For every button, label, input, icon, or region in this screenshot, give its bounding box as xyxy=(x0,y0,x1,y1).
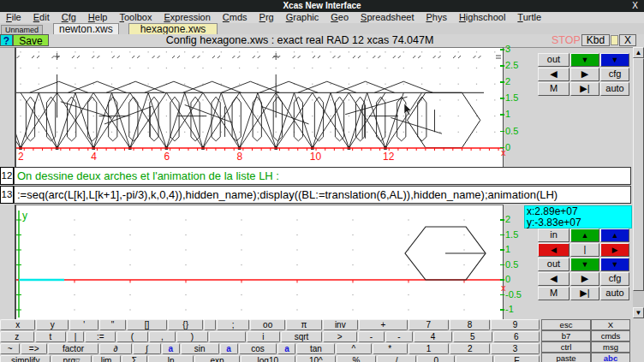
key-)[interactable]: ) xyxy=(176,331,207,342)
key->[interactable]: > xyxy=(323,331,357,342)
key-blank[interactable] xyxy=(209,331,246,342)
key-7[interactable]: 7 xyxy=(408,319,449,330)
arrow-left-icon[interactable]: ◀ xyxy=(538,272,569,286)
key-msg[interactable]: msg xyxy=(591,341,630,353)
arrow-left-icon[interactable]: ◀ xyxy=(538,68,569,81)
command-cell-13[interactable]: :=seq(arc(L[k],L[k+1],-pi/3),k,0,4)),hid… xyxy=(14,186,631,204)
arrow-right-icon[interactable]: ▶ xyxy=(570,68,599,81)
arrow-left-icon[interactable]: ◀ xyxy=(538,243,569,257)
cfg-button[interactable]: cfg xyxy=(600,272,629,286)
key-i[interactable]: i xyxy=(247,331,281,342)
key-^[interactable]: ^ xyxy=(336,343,371,354)
step-icon[interactable]: ▶| xyxy=(570,287,599,300)
menu-cmds[interactable]: Cmds xyxy=(217,12,253,23)
key-exp[interactable]: exp xyxy=(194,355,240,362)
key-π[interactable]: π xyxy=(286,319,321,330)
key-simplify[interactable]: simplify xyxy=(0,355,51,362)
-button[interactable]: | xyxy=(570,243,599,257)
key-2[interactable]: 2 xyxy=(450,343,490,354)
key-5[interactable]: 5 xyxy=(453,331,492,342)
key-y[interactable]: y xyxy=(36,319,69,330)
key-inv[interactable]: inv xyxy=(323,319,358,330)
scroll-up-icon[interactable]: ▲ xyxy=(633,47,644,58)
config-status[interactable]: Config hexagone.xws : exact real RAD 12 … xyxy=(51,34,548,46)
auto-button[interactable]: auto xyxy=(600,82,629,96)
arrow-down-icon[interactable]: ▼ xyxy=(570,53,599,67)
key-6[interactable]: 6 xyxy=(493,331,540,342)
key-~[interactable]: ~ xyxy=(0,343,20,354)
cfg-button[interactable]: cfg xyxy=(600,68,629,81)
key-.[interactable]: . xyxy=(456,355,493,362)
key-lim[interactable]: lim xyxy=(92,355,121,362)
key-{}[interactable]: {} xyxy=(168,319,203,330)
geometry-canvas-bottom[interactable]: y xyxy=(15,205,504,320)
key-*[interactable]: * xyxy=(373,343,408,354)
key-z[interactable]: z xyxy=(0,331,34,342)
cell-number-13[interactable]: 13 xyxy=(0,186,14,204)
key-sqrt[interactable]: sqrt xyxy=(281,331,322,342)
key-([interactable]: ( xyxy=(116,331,147,342)
comment-cell-12[interactable]: On dessine deux arches et l'animation de… xyxy=(14,167,631,185)
arrow-up-icon[interactable]: ▲ xyxy=(570,228,599,242)
save-button[interactable]: Save xyxy=(13,34,49,46)
menu-help[interactable]: Help xyxy=(82,12,114,23)
tab-newton-xws[interactable]: newton.xws xyxy=(53,23,119,35)
key-8[interactable]: 8 xyxy=(450,319,490,330)
out-button[interactable]: out xyxy=(538,53,569,67)
key-esc[interactable]: esc xyxy=(541,319,591,330)
kbd-toggle-button[interactable]: Kbd xyxy=(581,34,610,46)
key-prg[interactable]: prg ▽ xyxy=(51,355,91,362)
menu-graphic[interactable]: Graphic xyxy=(280,12,325,23)
key-X[interactable]: X xyxy=(591,319,630,330)
key-/[interactable]: / xyxy=(377,355,416,362)
arrow-down-icon[interactable]: ▼ xyxy=(570,258,599,271)
key-∂[interactable]: ∂ xyxy=(99,343,132,354)
arrow-down-icon[interactable]: ▼ xyxy=(600,53,629,67)
key-tan[interactable]: tan xyxy=(296,343,335,354)
window-close-icon[interactable]: X xyxy=(632,1,638,10)
key-4[interactable]: 4 xyxy=(414,331,452,342)
key-'[interactable]: ' xyxy=(69,319,98,330)
auto-button[interactable]: auto xyxy=(600,287,629,300)
menu-edit[interactable]: Edit xyxy=(27,12,56,23)
scrollbar-thumb[interactable] xyxy=(633,58,644,291)
close-session-button[interactable]: X xyxy=(619,34,636,46)
key-%[interactable]: % xyxy=(337,355,376,362)
key-[][interactable]: [] xyxy=(127,319,167,330)
menu-prg[interactable]: Prg xyxy=(253,12,280,23)
menu-expression[interactable]: Expression xyxy=(158,12,216,23)
step-icon[interactable]: ▶| xyxy=(570,82,599,96)
key-a[interactable]: a xyxy=(162,343,180,354)
key--[interactable]: - xyxy=(385,331,413,342)
menu-file[interactable]: File xyxy=(0,12,27,23)
key-a[interactable]: a xyxy=(277,343,295,354)
key-ln[interactable]: ln xyxy=(148,355,194,362)
key-E[interactable]: E xyxy=(494,355,540,362)
key-cmds[interactable]: cmds xyxy=(591,330,630,341)
key-blank[interactable] xyxy=(204,319,216,330)
geometry-canvas-top[interactable]: 24681012 xyxy=(15,47,504,169)
key-log10[interactable]: log10 xyxy=(241,355,295,362)
key-=>[interactable]: => xyxy=(21,343,47,354)
tab-hexagone-xws[interactable]: hexagone.xws xyxy=(128,23,218,35)
key-t[interactable]: t xyxy=(35,331,66,342)
arrow-right-icon[interactable]: ▶ xyxy=(570,272,599,286)
key-sin[interactable]: sin xyxy=(181,343,219,354)
in-button[interactable]: in xyxy=(538,228,569,242)
key-:=[interactable]: := xyxy=(85,331,116,342)
menu-cfg[interactable]: Cfg xyxy=(56,12,82,23)
menu-highschool[interactable]: Highschool xyxy=(453,12,511,23)
key-b7[interactable]: b7 xyxy=(541,330,591,341)
key-"[interactable]: " xyxy=(99,319,126,330)
key-∫[interactable]: ∫ xyxy=(133,343,161,354)
menu-geo[interactable]: Geo xyxy=(325,12,355,23)
menu-toolbox[interactable]: Toolbox xyxy=(114,12,158,23)
arrow-down-icon[interactable]: ▼ xyxy=(600,258,629,271)
menu-spreadsheet[interactable]: Spreadsheet xyxy=(355,12,420,23)
M-button[interactable]: M xyxy=(538,287,569,300)
key-ctrl[interactable]: ctrl xyxy=(541,341,591,353)
key--[interactable]: - xyxy=(358,331,385,342)
key-;[interactable]: ; xyxy=(217,319,249,330)
key-3[interactable]: 3 xyxy=(491,343,540,354)
stop-button[interactable]: STOP xyxy=(552,34,581,46)
